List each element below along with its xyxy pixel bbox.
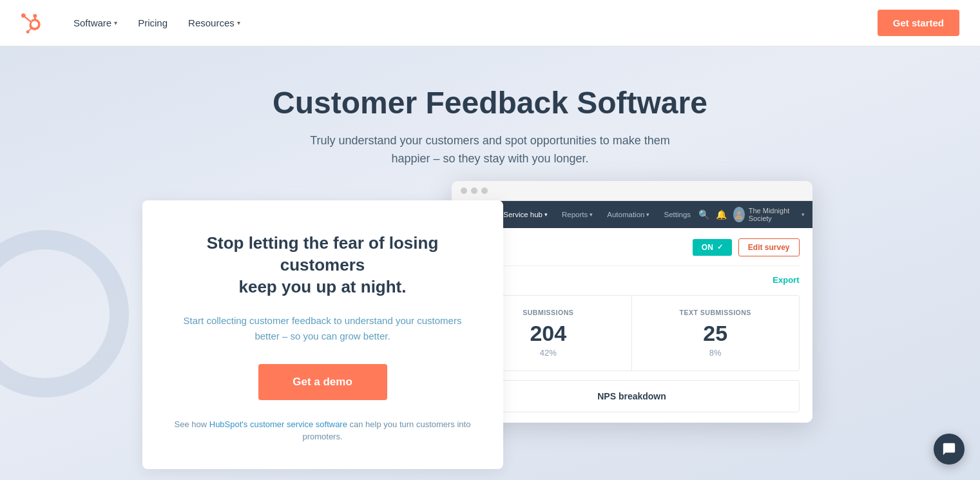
- nps-title: NPS breakdown: [481, 391, 783, 401]
- hubspot-logo[interactable]: [21, 12, 44, 35]
- check-icon: ✓: [717, 243, 723, 251]
- edit-survey-button[interactable]: Edit survey: [738, 238, 800, 256]
- export-link[interactable]: Export: [773, 275, 799, 285]
- app-nav-service-hub[interactable]: Service hub▾: [497, 206, 554, 224]
- hero-title: Customer Feedback Software: [273, 85, 707, 120]
- hero-section: Customer Feedback Software Truly underst…: [0, 46, 980, 480]
- browser-dot-1: [461, 187, 467, 194]
- get-started-button[interactable]: Get started: [878, 10, 959, 36]
- chevron-down-icon: ▾: [114, 19, 117, 26]
- app-nav-icons: 🔍 🔔 The Midnight Society ▾: [698, 207, 804, 222]
- nav-resources[interactable]: Resources ▾: [179, 12, 249, 34]
- browser-mockup: Sales▾ Service hub▾ Reports▾ Automation▾…: [452, 181, 812, 423]
- nav-links: Software ▾ Pricing Resources ▾: [64, 12, 878, 34]
- stat-text-pct: 8%: [648, 348, 783, 358]
- chevron-down-icon: ▾: [544, 211, 548, 218]
- demo-container: Stop letting the fear of losing customer…: [142, 200, 838, 469]
- browser-bar: [452, 181, 812, 201]
- hubspot-link[interactable]: HubSpot's customer service software: [209, 419, 347, 429]
- bell-icon[interactable]: 🔔: [716, 209, 727, 220]
- app-nav-settings[interactable]: Settings: [657, 206, 697, 224]
- stat-text-label: TEXT SUBMISSIONS: [648, 309, 783, 316]
- chevron-down-icon: ▾: [802, 211, 805, 218]
- chevron-down-icon: ▾: [646, 211, 649, 218]
- search-icon[interactable]: 🔍: [698, 209, 709, 220]
- app-toolbar: ON ✓ Edit survey: [465, 238, 800, 266]
- hero-subtitle: Truly understand your customers and spot…: [310, 132, 670, 168]
- chevron-down-icon: ▾: [590, 211, 593, 218]
- promo-card-footer: See how HubSpot's customer service softw…: [173, 418, 472, 443]
- get-demo-button[interactable]: Get a demo: [258, 364, 387, 400]
- promo-card: Stop letting the fear of losing customer…: [142, 200, 503, 469]
- app-nav-bar: Sales▾ Service hub▾ Reports▾ Automation▾…: [452, 201, 812, 228]
- svg-point-0: [737, 211, 741, 215]
- main-nav: Software ▾ Pricing Resources ▾ Get start…: [0, 0, 980, 46]
- browser-dot-3: [481, 187, 488, 194]
- stats-row: SUBMISSIONS 204 42% TEXT SUBMISSIONS 25 …: [465, 295, 800, 371]
- nps-box: NPS breakdown: [465, 380, 800, 412]
- toggle-on-button[interactable]: ON ✓: [693, 239, 732, 256]
- stat-text-submissions: TEXT SUBMISSIONS 25 8%: [632, 296, 799, 370]
- user-name: The Midnight Society: [749, 207, 798, 222]
- app-nav-user[interactable]: The Midnight Society ▾: [733, 207, 804, 222]
- app-nav-reports[interactable]: Reports▾: [555, 206, 599, 224]
- app-content: ON ✓ Edit survey Export SUBMISSIONS 204 …: [452, 228, 812, 423]
- chat-widget[interactable]: [934, 434, 965, 465]
- browser-dot-2: [471, 187, 477, 194]
- stat-text-value: 25: [648, 322, 783, 345]
- nav-pricing[interactable]: Pricing: [129, 12, 177, 34]
- app-nav-automation[interactable]: Automation▾: [600, 206, 656, 224]
- avatar: [733, 207, 745, 222]
- chevron-down-icon: ▾: [237, 19, 240, 26]
- promo-card-headline: Stop letting the fear of losing customer…: [173, 233, 472, 298]
- promo-card-body: Start collecting customer feedback to un…: [173, 313, 472, 343]
- export-row: Export: [465, 275, 800, 285]
- nav-software[interactable]: Software ▾: [64, 12, 126, 34]
